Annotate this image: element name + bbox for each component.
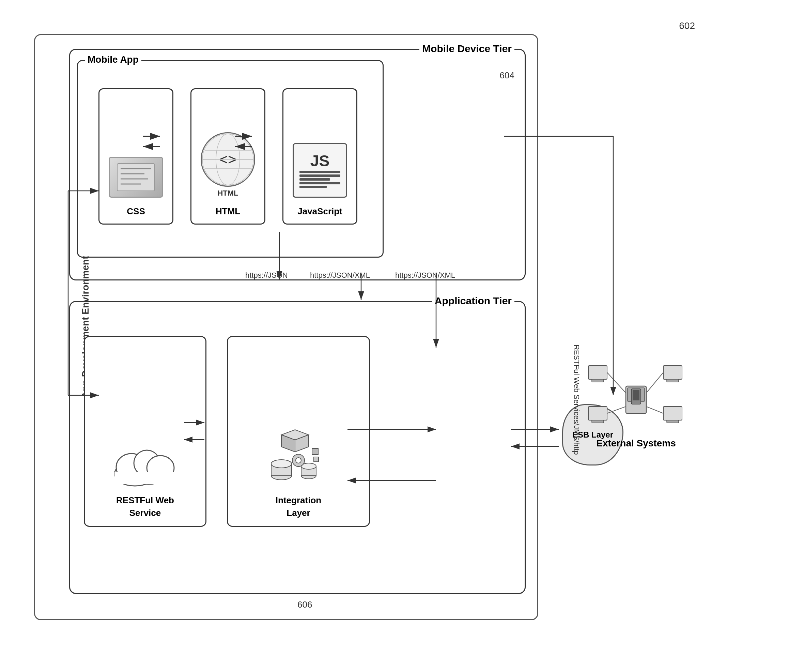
- svg-rect-44: [632, 390, 639, 401]
- app-tier-box: Application Tier 606 RESTFul WebService: [69, 301, 526, 594]
- js-icon: JS: [293, 143, 347, 198]
- svg-line-42: [646, 407, 663, 414]
- svg-rect-35: [663, 366, 682, 379]
- svg-rect-38: [667, 420, 679, 423]
- html-label: HTML: [216, 206, 240, 217]
- svg-rect-31: [588, 366, 607, 379]
- svg-rect-27: [312, 448, 318, 455]
- html-globe-icon: <>: [201, 132, 255, 187]
- integration-icon: [261, 428, 336, 491]
- svg-rect-0: [117, 164, 155, 191]
- svg-line-39: [607, 373, 626, 393]
- ref-606: 606: [297, 599, 312, 610]
- css-tech-box: CSS: [98, 88, 173, 224]
- app-dev-environment-box: App Development Environment Mobile Devic…: [34, 34, 538, 620]
- proto3-label: https://JSON/XML: [395, 271, 455, 280]
- css-label: CSS: [127, 206, 145, 217]
- mobile-app-label: Mobile App: [85, 54, 141, 65]
- svg-rect-37: [663, 407, 682, 420]
- html-tech-box: <> HTML HTML: [190, 88, 265, 224]
- integration-label: IntegrationLayer: [276, 494, 321, 519]
- svg-rect-15: [114, 472, 176, 484]
- restful-label: RESTFul WebService: [116, 494, 174, 519]
- proto1-label: https://JSON: [245, 271, 288, 280]
- cloud-icon: [111, 443, 179, 489]
- svg-rect-32: [592, 379, 604, 382]
- app-tier-label: Application Tier: [432, 295, 515, 307]
- external-systems-label: External Systems: [578, 438, 694, 449]
- restful-webservice-box: RESTFul WebService: [84, 336, 206, 527]
- svg-rect-33: [588, 407, 607, 420]
- external-systems: External Systems: [578, 359, 694, 449]
- svg-rect-28: [314, 457, 319, 462]
- html-sub-icon-label: HTML: [217, 189, 238, 198]
- svg-line-41: [646, 373, 663, 393]
- js-tech-box: JS JavaScript: [283, 88, 357, 224]
- integration-layer-box: IntegrationLayer: [227, 336, 370, 527]
- ref-604: 604: [500, 70, 515, 81]
- proto2-label: https://JSON/XML: [310, 271, 370, 280]
- mobile-app-box: Mobile App CSS: [77, 60, 384, 258]
- svg-line-40: [607, 407, 626, 414]
- mobile-device-tier-box: Mobile Device Tier 604 Mobile App: [69, 49, 526, 280]
- svg-point-21: [271, 460, 292, 468]
- mobile-device-tier-label: Mobile Device Tier: [419, 43, 515, 54]
- svg-rect-34: [592, 420, 604, 423]
- vertical-protocol-label: RESTFul Web Services/JMS/http: [572, 345, 581, 455]
- svg-rect-36: [667, 379, 679, 382]
- css-icon: [109, 157, 163, 198]
- svg-point-26: [296, 458, 301, 463]
- javascript-label: JavaScript: [297, 206, 342, 217]
- network-icon: [585, 359, 687, 434]
- ref-602: 602: [679, 20, 695, 31]
